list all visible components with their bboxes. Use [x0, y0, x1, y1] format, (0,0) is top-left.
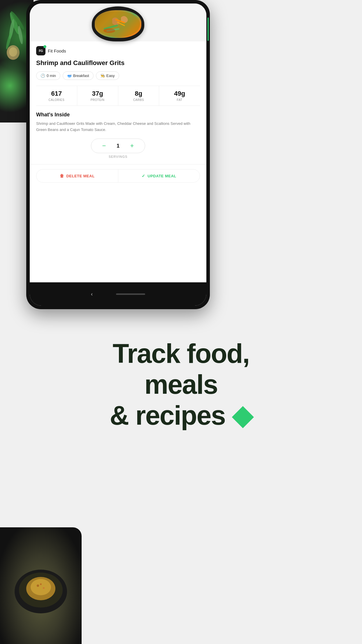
brand-logo-dot — [43, 45, 46, 48]
update-meal-button[interactable]: ✓ UPDATE MEAL — [118, 169, 200, 182]
veggie-decoration — [3, 6, 26, 64]
servings-container: − 1 + SERVINGS — [36, 139, 200, 158]
action-buttons: 🗑 DELETE MEAL ✓ UPDATE MEAL — [36, 169, 200, 183]
track-text-container: Track food, meals & recipes ◆ — [70, 338, 292, 431]
screen-content: FG Fit Foods Shrimp and Cauliflower Grit… — [30, 41, 206, 187]
fat-value: 49g — [161, 90, 198, 97]
home-indicator[interactable] — [116, 293, 145, 295]
bottom-food-image — [0, 527, 82, 644]
phone-nav-bar: ‹ — [30, 282, 206, 306]
food-plate — [92, 6, 144, 41]
check-icon: ✓ — [142, 174, 145, 178]
tag-difficulty: 👨‍🍳 Easy — [96, 71, 119, 80]
chef-icon: 🥣 — [67, 74, 72, 78]
svg-point-6 — [9, 47, 17, 57]
hat-icon: 👨‍🍳 — [100, 74, 105, 78]
protein-label: PROTEIN — [79, 98, 116, 102]
track-text-line1: Track food, meals — [88, 338, 274, 400]
brand-logo: FG — [36, 46, 45, 55]
nutrition-carbs: 8g CARBS — [118, 86, 159, 106]
carbs-value: 8g — [120, 90, 157, 97]
phone-screen: FG Fit Foods Shrimp and Cauliflower Grit… — [30, 4, 206, 306]
green-diamond-icon: ◆ — [225, 400, 252, 430]
svg-point-12 — [103, 28, 115, 33]
carbs-label: CARBS — [120, 98, 157, 102]
increase-servings-button[interactable]: + — [128, 142, 136, 150]
svg-point-16 — [31, 579, 51, 595]
food-image-container — [30, 4, 206, 41]
servings-label: SERVINGS — [109, 155, 128, 158]
food-svg — [95, 10, 141, 38]
tag-time: 🕐 0 min — [36, 71, 60, 80]
whats-inside-title: What's Inside — [36, 112, 200, 118]
phone-frame: FG Fit Foods Shrimp and Cauliflower Grit… — [26, 0, 210, 309]
scroll-indicator — [208, 18, 209, 41]
meal-description: Shrimp and Cauliflower Grits Made with C… — [36, 121, 200, 133]
bottom-plate-svg — [12, 556, 70, 615]
nutrition-row: 617 CALORIES 37g PROTEIN 8g CARBS 49g FA… — [36, 86, 200, 106]
tags-row: 🕐 0 min 🥣 Breakfast 👨‍🍳 Easy — [36, 71, 200, 80]
delete-label: DELETE MEAL — [66, 174, 94, 178]
update-label: UPDATE MEAL — [147, 174, 176, 178]
protein-value: 37g — [79, 90, 116, 97]
food-visual — [95, 10, 141, 38]
servings-count: 1 — [115, 143, 121, 149]
brand-name: Fit Foods — [48, 48, 66, 53]
divider — [30, 164, 206, 164]
svg-point-18 — [43, 587, 45, 589]
tag-difficulty-label: Easy — [106, 74, 115, 78]
trash-icon: 🗑 — [60, 174, 64, 178]
bottom-plate-visual — [0, 527, 82, 644]
brand-row: FG Fit Foods — [36, 46, 200, 55]
servings-control: − 1 + — [91, 139, 145, 153]
calories-label: CALORIES — [38, 98, 75, 102]
fat-label: FAT — [161, 98, 198, 102]
tag-time-label: 0 min — [47, 74, 56, 78]
svg-point-17 — [37, 584, 39, 587]
track-text-line2: & recipes ◆ — [88, 400, 274, 431]
bottom-section: Track food, meals & recipes ◆ — [0, 315, 362, 644]
svg-point-19 — [40, 583, 42, 585]
back-button[interactable]: ‹ — [91, 291, 93, 297]
calories-value: 617 — [38, 90, 75, 97]
decrease-servings-button[interactable]: − — [100, 142, 108, 150]
tag-meal-type: 🥣 Breakfast — [63, 71, 94, 80]
meal-title: Shrimp and Cauliflower Grits — [36, 59, 200, 67]
delete-meal-button[interactable]: 🗑 DELETE MEAL — [36, 169, 118, 182]
nutrition-protein: 37g PROTEIN — [77, 86, 118, 106]
tag-meal-type-label: Breakfast — [73, 74, 89, 78]
clock-icon: 🕐 — [41, 74, 45, 78]
nutrition-calories: 617 CALORIES — [36, 86, 77, 106]
nutrition-fat: 49g FAT — [159, 86, 200, 106]
